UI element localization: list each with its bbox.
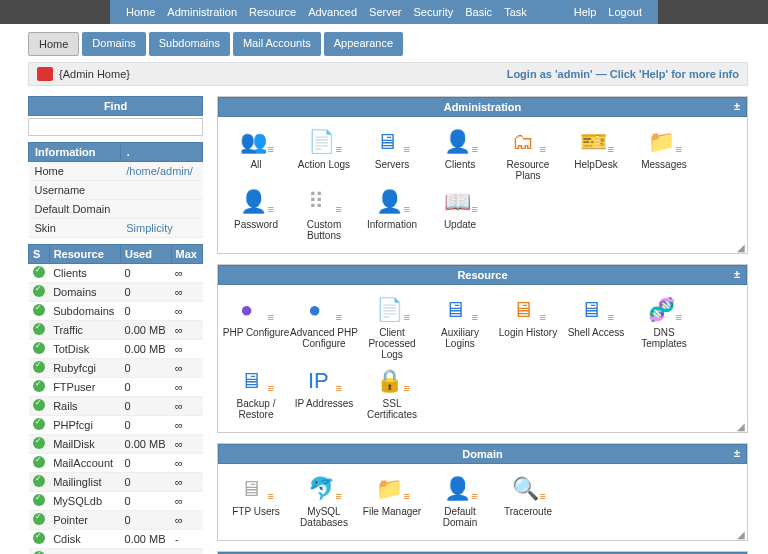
item-ssl-certificates[interactable]: 🔒≡SSL Certificates [358,368,426,420]
res-name[interactable]: Pointer [49,511,120,530]
nav-task[interactable]: Task [498,6,533,18]
item-mysql-databases[interactable]: 🐬≡MySQL Databases [290,476,358,528]
item-icon: 🗂≡ [510,129,546,155]
resize-handle-icon[interactable]: ◢ [737,529,745,540]
find-input[interactable] [28,118,203,136]
item-servers[interactable]: 🖥≡Servers [358,129,426,181]
res-name[interactable]: Rails [49,397,120,416]
res-name[interactable]: Mailinglist [49,473,120,492]
item-action-logs[interactable]: 📄≡Action Logs [290,129,358,181]
tab-appearance[interactable]: Appearance [324,32,403,56]
tab-home[interactable]: Home [28,32,79,56]
collapse-icon[interactable]: ± [734,268,740,280]
item-dns-templates[interactable]: 🧬≡DNS Templates [630,297,698,360]
res-name[interactable]: Traffic [49,321,120,340]
item-backup-restore[interactable]: 🖥≡Backup / Restore [222,368,290,420]
res-used: 0 [121,454,172,473]
res-max: ∞ [171,511,202,530]
res-used: 0.00 MB [121,321,172,340]
res-name[interactable]: Ltraffic [49,549,120,555]
item-label: Messages [630,159,698,170]
nav-advanced[interactable]: Advanced [302,6,363,18]
item-information[interactable]: 👤≡Information [358,189,426,241]
res-name[interactable]: TotDisk [49,340,120,359]
item-ftp-users[interactable]: 🖥≡FTP Users [222,476,290,528]
res-name[interactable]: MailDisk [49,435,120,454]
res-used: 0 [121,492,172,511]
status-cell [29,492,50,511]
item-update[interactable]: 📖≡Update [426,189,494,241]
item-icon: 🖥≡ [578,297,614,323]
item-clients[interactable]: 👤≡Clients [426,129,494,181]
res-name[interactable]: Clients [49,264,120,283]
item-label: Client Processed Logs [358,327,426,360]
item-traceroute[interactable]: 🔍≡Traceroute [494,476,562,528]
status-cell [29,473,50,492]
item-default-domain[interactable]: 👤≡Default Domain [426,476,494,528]
item-advanced-php-configure[interactable]: ●≡Advanced PHP Configure [290,297,358,360]
res-name[interactable]: Domains [49,283,120,302]
res-max: ∞ [171,492,202,511]
item-resource-plans[interactable]: 🗂≡Resource Plans [494,129,562,181]
item-label: DNS Templates [630,327,698,349]
item-helpdesk[interactable]: 🎫≡HelpDesk [562,129,630,181]
status-ok-icon [33,361,45,373]
tab-domains[interactable]: Domains [82,32,145,56]
collapse-icon[interactable]: ± [734,100,740,112]
item-label: Advanced PHP Configure [290,327,358,349]
logout-link[interactable]: Logout [602,6,648,18]
resize-handle-icon[interactable]: ◢ [737,242,745,253]
item-file-manager[interactable]: 📁≡File Manager [358,476,426,528]
res-name[interactable]: Cdisk [49,530,120,549]
item-client-processed-logs[interactable]: 📄≡Client Processed Logs [358,297,426,360]
nav-home[interactable]: Home [120,6,161,18]
item-all[interactable]: 👥≡All [222,129,290,181]
res-name[interactable]: Rubyfcgi [49,359,120,378]
status-ok-icon [33,342,45,354]
res-name[interactable]: Subdomains [49,302,120,321]
collapse-icon[interactable]: ± [734,447,740,459]
info-val[interactable]: /home/admin/ [120,162,202,181]
res-name[interactable]: MailAccount [49,454,120,473]
item-password[interactable]: 👤≡Password [222,189,290,241]
info-table: Information. Home/home/admin/UsernameDef… [28,142,203,238]
item-label: Auxiliary Logins [426,327,494,349]
item-icon: 🖥≡ [238,368,274,394]
res-name[interactable]: MySQLdb [49,492,120,511]
item-ip-addresses[interactable]: IP≡IP Addresses [290,368,358,420]
res-max: ∞ [171,302,202,321]
help-link[interactable]: Help [568,6,603,18]
nav-basic[interactable]: Basic [459,6,498,18]
res-name[interactable]: FTPuser [49,378,120,397]
item-auxiliary-logins[interactable]: 🖥≡Auxiliary Logins [426,297,494,360]
status-ok-icon [33,494,45,506]
item-custom-buttons[interactable]: ⠿≡Custom Buttons [290,189,358,241]
breadcrumb-bar: {Admin Home} Login as 'admin' — Click 'H… [28,62,748,86]
info-val[interactable]: Simplicity [120,219,202,238]
item-icon: 👥≡ [238,129,274,155]
nav-administration[interactable]: Administration [161,6,243,18]
item-icon: 📁≡ [646,129,682,155]
res-max: ∞ [171,264,202,283]
item-label: Information [358,219,426,230]
item-shell-access[interactable]: 🖥≡Shell Access [562,297,630,360]
item-login-history[interactable]: 🖥≡Login History [494,297,562,360]
item-label: MySQL Databases [290,506,358,528]
nav-server[interactable]: Server [363,6,407,18]
item-php-configure[interactable]: ●≡PHP Configure [222,297,290,360]
status-cell [29,416,50,435]
tab-subdomains[interactable]: Subdomains [149,32,230,56]
item-icon: 👤≡ [374,189,410,215]
res-name[interactable]: PHPfcgi [49,416,120,435]
res-used: 0 [121,416,172,435]
item-icon: ●≡ [238,297,274,323]
item-label: Backup / Restore [222,398,290,420]
res-col: Used [121,245,172,264]
nav-security[interactable]: Security [407,6,459,18]
resize-handle-icon[interactable]: ◢ [737,421,745,432]
item-messages[interactable]: 📁≡Messages [630,129,698,181]
tab-mail-accounts[interactable]: Mail Accounts [233,32,321,56]
res-col: Max [171,245,202,264]
nav-resource[interactable]: Resource [243,6,302,18]
status-cell [29,511,50,530]
